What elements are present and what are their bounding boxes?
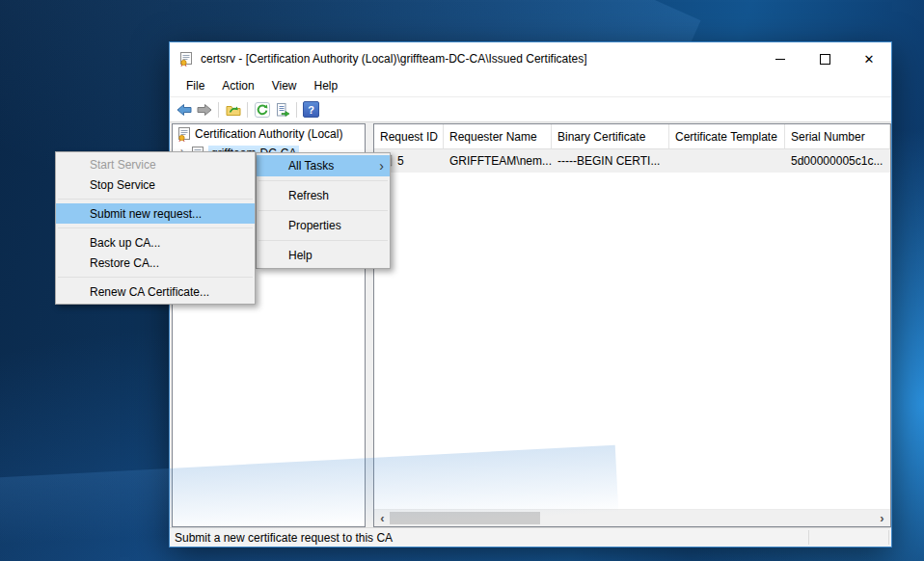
maximize-button[interactable]	[802, 42, 847, 75]
column-header-request-id[interactable]: Request ID	[374, 124, 444, 148]
column-header-requester-name[interactable]: Requester Name	[444, 124, 552, 148]
menu-separator	[258, 240, 388, 241]
refresh-button[interactable]	[254, 101, 270, 118]
table-header: Request ID Requester Name Binary Certifi…	[374, 124, 890, 149]
column-header-certificate-template[interactable]: Certificate Template	[669, 124, 785, 148]
menu-item-properties[interactable]: Properties	[257, 215, 390, 236]
tree-root-label: Certification Authority (Local)	[195, 127, 342, 141]
cell-requester-name: GRIFFTEAM\nem...	[444, 149, 552, 173]
menu-help[interactable]: Help	[306, 79, 347, 93]
all-tasks-submenu: Start Service Stop Service Submit new re…	[55, 151, 256, 305]
scrollbar-thumb[interactable]	[390, 512, 540, 524]
menu-view[interactable]: View	[263, 79, 306, 93]
close-button[interactable]: ✕	[847, 42, 891, 75]
menu-file[interactable]: File	[177, 79, 213, 93]
scroll-left-icon[interactable]: ‹	[374, 510, 391, 526]
table-row[interactable]: 5 GRIFFTEAM\nem... -----BEGIN CERTI... 5…	[374, 149, 890, 173]
menu-separator	[258, 180, 388, 181]
toolbar-separator	[247, 102, 248, 118]
menu-item-start-service: Start Service	[56, 154, 255, 174]
forward-icon	[197, 102, 212, 118]
status-bar: Submit a new certificate request to this…	[170, 527, 891, 547]
results-pane: Request ID Requester Name Binary Certifi…	[373, 123, 891, 527]
menu-item-submit-new-request[interactable]: Submit new request...	[56, 203, 255, 224]
all-tasks-label: All Tasks	[288, 159, 334, 173]
request-id-value: 5	[397, 154, 404, 168]
desktop-background: certsrv - [Certification Authority (Loca…	[0, 0, 924, 561]
menu-action[interactable]: Action	[213, 79, 262, 93]
menu-separator	[58, 277, 253, 278]
forward-button[interactable]	[196, 101, 212, 118]
certsrv-app-icon	[178, 51, 194, 67]
menu-item-stop-service[interactable]: Stop Service	[56, 174, 255, 195]
column-header-serial-number[interactable]: Serial Number	[785, 124, 890, 148]
show-console-tree-icon	[226, 102, 241, 118]
submenu-arrow-icon: ›	[379, 159, 384, 173]
export-list-icon	[275, 102, 290, 118]
window-title: certsrv - [Certification Authority (Loca…	[201, 52, 587, 66]
menu-separator	[58, 227, 253, 228]
column-header-binary-certificate[interactable]: Binary Certificate	[552, 124, 669, 148]
minimize-button[interactable]	[758, 42, 802, 75]
title-bar[interactable]: certsrv - [Certification Authority (Loca…	[170, 42, 891, 75]
statusbar-pane-divider	[808, 530, 809, 545]
menu-bar: File Action View Help	[170, 75, 891, 97]
menu-item-back-up-ca[interactable]: Back up CA...	[56, 232, 255, 253]
menu-item-refresh[interactable]: Refresh	[257, 185, 390, 206]
menu-item-renew-ca-certificate[interactable]: Renew CA Certificate...	[56, 281, 255, 302]
export-list-button[interactable]	[274, 101, 290, 118]
cell-binary-certificate: -----BEGIN CERTI...	[552, 149, 669, 173]
back-icon	[177, 102, 192, 118]
menu-item-restore-ca[interactable]: Restore CA...	[56, 253, 255, 273]
tree-item-certification-authority[interactable]: Certification Authority (Local)	[173, 124, 365, 144]
context-menu: All Tasks › Refresh Properties Help	[256, 152, 391, 269]
close-icon: ✕	[864, 53, 875, 66]
status-text: Submit a new certificate request to this…	[175, 531, 393, 545]
certsrv-window: certsrv - [Certification Authority (Loca…	[169, 41, 892, 548]
horizontal-scrollbar[interactable]: ‹ ›	[374, 509, 890, 526]
minimize-icon	[775, 59, 785, 60]
toolbar-separator	[218, 102, 219, 118]
toolbar-separator	[296, 102, 297, 118]
maximize-icon	[820, 54, 830, 65]
menu-separator	[258, 210, 388, 211]
show-console-tree-button[interactable]	[225, 101, 241, 118]
cell-certificate-template	[669, 149, 785, 173]
menu-item-help[interactable]: Help	[257, 245, 390, 266]
menu-item-all-tasks[interactable]: All Tasks ›	[257, 155, 390, 176]
toolbar: ?	[170, 97, 891, 122]
help-button[interactable]: ?	[303, 101, 319, 118]
scroll-right-icon[interactable]: ›	[874, 510, 890, 526]
menu-separator	[58, 199, 253, 200]
statusbar-pane-divider	[888, 530, 889, 545]
refresh-icon	[255, 102, 270, 118]
certification-authority-icon	[177, 126, 192, 142]
help-icon: ?	[303, 101, 319, 118]
back-button[interactable]	[176, 101, 192, 118]
cell-serial-number: 5d00000005c1c...	[785, 149, 890, 173]
